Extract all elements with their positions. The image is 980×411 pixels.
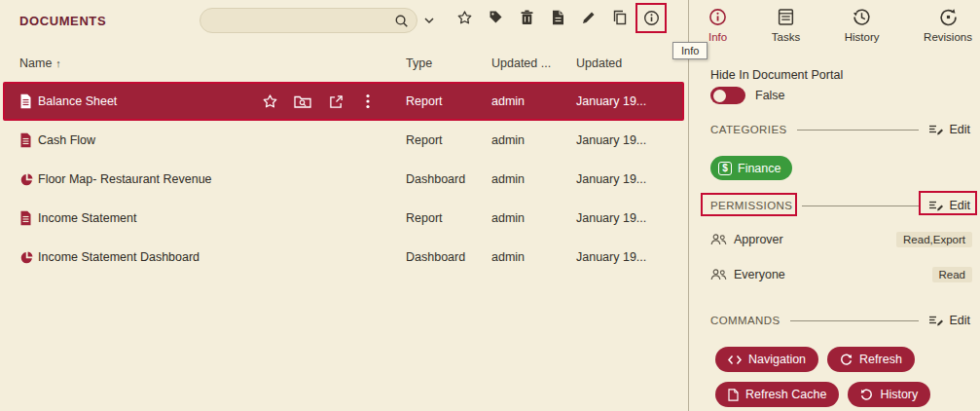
permissions-section-header: PERMISSIONS Edit [710,196,970,215]
document-icon [728,389,739,401]
document-type: Report [406,199,443,238]
category-chip-finance[interactable]: $ Finance [710,156,792,180]
commands-edit-button[interactable]: Edit [928,314,970,327]
refresh-command-button[interactable]: Refresh [827,347,915,372]
delete-document-button[interactable] [516,7,537,28]
document-name: Floor Map- Restaurant Revenue [38,160,212,199]
permissions-edit-button[interactable]: Edit [928,199,970,212]
revisions-rotate-icon [939,8,958,26]
code-brackets-icon [728,355,742,365]
section-divider [790,320,920,321]
permissions-title: PERMISSIONS [710,200,792,211]
permission-group-name: Everyone [734,268,785,281]
hide-in-portal-label: Hide In Document Portal [710,68,843,82]
search-button[interactable] [394,14,409,28]
copy-icon [612,10,628,25]
column-header-updated-by[interactable]: Updated ... [491,56,551,70]
table-row[interactable]: Balance Sheet Report admin January 19... [3,82,684,121]
pencil-icon [581,10,597,25]
document-type: Dashboard [406,238,465,277]
document-updated-by: admin [491,160,525,199]
commands-row: Refresh Cache History [715,382,930,407]
people-icon [710,234,727,245]
document-updated-by: admin [491,121,525,160]
document-type: Dashboard [406,160,465,199]
document-name: Cash Flow [38,121,95,160]
star-icon [456,10,473,26]
tasks-clipboard-icon [777,8,795,26]
document-updated: January 19... [576,238,646,277]
search-options-button[interactable] [422,14,436,27]
people-icon [710,269,727,280]
report-document-icon [19,121,32,160]
tag-icon [488,10,503,25]
edit-list-icon [928,315,944,327]
refresh-cache-command-button[interactable]: Refresh Cache [715,382,839,407]
edit-list-icon [928,124,944,136]
permission-row: Everyone Read [710,263,972,286]
info-icon [643,10,660,26]
categories-edit-button[interactable]: Edit [928,123,970,136]
section-divider [802,206,919,206]
report-document-icon [19,199,32,238]
column-header-name[interactable]: Name ↑ [19,56,61,70]
hide-in-portal-toggle[interactable] [710,87,745,104]
row-favorite-button[interactable] [262,84,278,119]
column-header-updated[interactable]: Updated [576,56,622,70]
details-tabs: Info Tasks History Revisions [689,8,980,43]
column-header-type[interactable]: Type [406,56,432,70]
dashboard-pie-icon [19,160,34,199]
info-button[interactable] [640,7,662,28]
permission-group-name: Approver [734,233,783,246]
edit-button[interactable] [578,7,599,28]
edit-list-icon [928,200,944,212]
export-document-button[interactable] [547,7,568,28]
permission-row: Approver Read,Export [710,228,972,251]
sort-ascending-icon: ↑ [55,57,61,69]
tab-tasks[interactable]: Tasks [772,8,800,43]
tab-history[interactable]: History [845,8,880,43]
favorite-button[interactable] [454,7,475,28]
dashboard-pie-icon [19,238,34,277]
document-updated-by: admin [491,238,525,277]
document-updated: January 19... [576,121,646,160]
panel-title: DOCUMENTS [19,14,106,28]
navigation-command-button[interactable]: Navigation [715,347,818,372]
delete-document-icon [520,10,534,25]
table-row[interactable]: Income Statement Report admin January 19… [0,199,687,238]
documents-panel: DOCUMENTS [0,0,689,411]
commands-section-header: COMMANDS Edit [710,311,970,330]
tab-info[interactable]: Info [708,8,727,43]
copy-button[interactable] [609,7,631,28]
tag-button[interactable] [485,7,506,28]
refresh-icon [840,354,853,366]
tab-revisions[interactable]: Revisions [924,8,972,43]
categories-title: CATEGORIES [710,124,787,135]
document-type: Report [406,84,443,119]
table-row[interactable]: Income Statement Dashboard Dashboard adm… [0,238,687,277]
row-more-button[interactable] [366,84,370,119]
row-preview-button[interactable] [294,84,311,119]
document-updated-by: admin [491,84,525,119]
table-header: Name ↑ Type Updated ... Updated [0,56,688,74]
search-icon [394,14,409,28]
document-updated: January 19... [576,199,646,238]
document-name: Balance Sheet [38,84,117,119]
search-input[interactable] [212,14,394,27]
history-command-button[interactable]: History [848,382,930,407]
commands-title: COMMANDS [710,315,780,326]
documents-table: Balance Sheet Report admin January 19... [0,82,687,277]
table-row[interactable]: Floor Map- Restaurant Revenue Dashboard … [0,160,687,199]
table-row[interactable]: Cash Flow Report admin January 19... [0,121,687,160]
details-panel: Info Tasks History Revisions H [689,0,980,411]
permission-rights-badge: Read,Export [896,232,972,247]
commands-row: Navigation Refresh [715,347,915,372]
document-updated: January 19... [576,84,646,119]
history-arrow-icon [860,389,873,401]
document-updated-by: admin [491,199,525,238]
section-divider [797,130,920,131]
permission-rights-badge: Read [932,267,973,282]
hide-in-portal-value: False [755,89,785,102]
export-document-icon [551,10,564,25]
row-open-in-new-button[interactable] [329,84,344,119]
